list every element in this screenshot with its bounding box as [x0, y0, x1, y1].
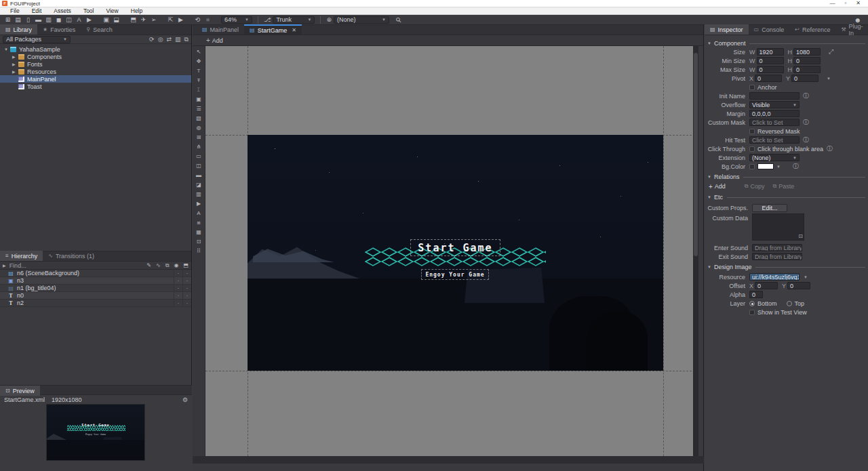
new-image-icon[interactable]: ▣: [101, 16, 111, 24]
info-icon[interactable]: ⓘ: [827, 144, 833, 153]
gear-icon[interactable]: ⚙: [182, 396, 188, 403]
menu-edit[interactable]: Edit: [26, 7, 48, 15]
vertical-scrollbar[interactable]: [693, 46, 698, 459]
vertical-scrollbar-thumb[interactable]: [694, 53, 698, 256]
doc-tab-mainpanel[interactable]: ▤ MainPanel: [197, 24, 244, 35]
chevron-down-icon[interactable]: ▼: [827, 77, 831, 81]
expand-editor-icon[interactable]: ⊡: [798, 233, 803, 239]
image-tool-icon[interactable]: ▣: [194, 95, 204, 104]
list-tool-icon[interactable]: ☰: [194, 104, 204, 113]
chevron-down-icon[interactable]: ▼: [776, 165, 781, 169]
new-label-icon[interactable]: A: [74, 16, 84, 24]
loop-icon[interactable]: ⟲: [193, 16, 203, 24]
tree-expander[interactable]: ▼: [4, 47, 10, 52]
menu-file[interactable]: File: [4, 7, 26, 15]
locale-dropdown[interactable]: (None) ▼: [334, 16, 389, 24]
visibility-toggle[interactable]: ·: [174, 270, 182, 277]
visibility-column-icon[interactable]: ◉: [174, 262, 178, 269]
section-component[interactable]: ▼ Component: [707, 39, 865, 47]
tree-tool-icon[interactable]: ⋔: [194, 142, 204, 151]
tab-reference[interactable]: ↩ Reference: [789, 24, 835, 35]
layers-icon[interactable]: ⧉: [184, 36, 189, 43]
tree-item-resources[interactable]: ▶ Resources: [0, 68, 191, 75]
graph-tool-icon[interactable]: ▧: [194, 114, 204, 123]
menu-help[interactable]: Help: [125, 7, 149, 15]
bg-color-checkbox[interactable]: [749, 164, 755, 169]
loader-tool-icon[interactable]: ◍: [194, 123, 204, 132]
enter-sound-input[interactable]: Drag from Library: [752, 244, 802, 251]
max-size-h-input[interactable]: 0: [793, 66, 821, 73]
doc-tab-startgame[interactable]: ▤ StartGame ✕: [244, 24, 302, 35]
lock-toggle[interactable]: ·: [182, 300, 191, 306]
node-n0[interactable]: T n0 · ·: [0, 292, 191, 300]
new-package-icon[interactable]: ⊞: [3, 16, 13, 24]
lock-toggle[interactable]: ·: [182, 285, 191, 291]
bg-color-swatch[interactable]: [757, 163, 774, 169]
layer-top-radio[interactable]: [787, 301, 792, 306]
tree-expander[interactable]: ▶: [12, 62, 18, 66]
node-n6[interactable]: ▤ n6 (SceneBackground) · ·: [0, 270, 191, 277]
lock-toggle[interactable]: ·: [182, 292, 191, 299]
tree-item-components[interactable]: ▶ Components: [0, 53, 191, 60]
play-icon[interactable]: ▶: [176, 16, 186, 24]
curve-icon[interactable]: ∿: [156, 262, 161, 269]
tab-plugin[interactable]: ⚒ Plug-In: [835, 24, 868, 35]
save-icon[interactable]: ⬓: [111, 16, 121, 24]
hand-tool-icon[interactable]: ✥: [194, 57, 204, 66]
new-window-icon[interactable]: ▯: [23, 16, 33, 24]
label-tool-icon[interactable]: A: [194, 209, 204, 218]
export-icon[interactable]: ⇱: [165, 16, 176, 24]
paste-relations-button[interactable]: ⧉ Paste: [773, 183, 795, 190]
custom-mask-input[interactable]: Click to Set: [749, 119, 800, 126]
minimize-button[interactable]: —: [829, 0, 835, 7]
new-component-icon[interactable]: ▤: [13, 16, 23, 24]
max-size-w-input[interactable]: 0: [757, 66, 784, 73]
margin-input[interactable]: 0,0,0,0: [749, 110, 800, 117]
hit-test-input[interactable]: Click to Set: [749, 136, 800, 144]
offset-x-input[interactable]: 0: [755, 282, 778, 289]
visibility-toggle[interactable]: ·: [174, 285, 182, 291]
reversed-mask-checkbox[interactable]: [749, 129, 755, 134]
component-tool-icon[interactable]: ⧈: [194, 218, 204, 227]
pivot-x-input[interactable]: 0: [755, 75, 782, 82]
tab-console[interactable]: ▭ Console: [749, 24, 790, 35]
tree-item-mainpanel[interactable]: MainPanel: [0, 75, 191, 83]
swap-icon[interactable]: ⇄: [167, 36, 172, 43]
tab-library[interactable]: ▤ Library: [0, 24, 37, 35]
expand-icon[interactable]: ⤢: [829, 48, 833, 56]
button-tool-icon[interactable]: ▭: [194, 152, 204, 161]
edit-icon[interactable]: ✎: [146, 262, 151, 269]
menu-tool[interactable]: Tool: [77, 7, 100, 15]
copy-relations-button[interactable]: ⧉ Copy: [745, 183, 765, 190]
min-size-h-input[interactable]: 0: [793, 57, 821, 64]
lock-column-icon[interactable]: ⬒: [183, 262, 189, 269]
info-icon[interactable]: ⓘ: [803, 91, 809, 100]
section-relations[interactable]: ▼ Relations: [707, 173, 865, 181]
text-tool-icon[interactable]: T: [194, 66, 204, 75]
tree-item-toast[interactable]: Toast: [0, 83, 191, 90]
publish-all-icon[interactable]: ➢: [149, 16, 159, 24]
info-icon[interactable]: ⓘ: [793, 162, 799, 171]
alpha-input[interactable]: 0: [749, 291, 763, 298]
tab-inspector[interactable]: ▤ Inspector: [705, 24, 749, 35]
tree-item-fonts[interactable]: ▶ Fonts: [0, 60, 191, 68]
spacer-tool-icon[interactable]: ⊡: [194, 237, 204, 246]
menu-view[interactable]: View: [100, 7, 124, 15]
group-tool-icon[interactable]: ⊞: [194, 133, 204, 142]
duplicate-icon[interactable]: ⧉: [165, 262, 170, 269]
chevron-down-icon[interactable]: ▼: [804, 275, 808, 279]
new-popup-icon[interactable]: ▥: [43, 16, 54, 24]
save-all-icon[interactable]: ⬒: [128, 16, 138, 24]
grid-tool-icon[interactable]: ⠿: [194, 247, 204, 255]
tree-expander[interactable]: ▶: [12, 69, 18, 74]
visibility-toggle[interactable]: ·: [174, 300, 182, 306]
package-filter-dropdown[interactable]: All Packages ▼: [3, 36, 71, 43]
add-relation-button[interactable]: + Add: [709, 183, 726, 190]
tab-search[interactable]: ⚲ Search: [81, 24, 117, 35]
slider-tool-icon[interactable]: ◪: [194, 180, 204, 189]
title-text-node[interactable]: Start Game: [410, 239, 500, 256]
tree-item-yahahasample[interactable]: ▼ YahahaSample: [0, 45, 191, 53]
branch-dropdown[interactable]: Trunk ▼: [273, 16, 315, 24]
movieclip-tool-icon[interactable]: ▶: [194, 199, 204, 208]
scrollbar-tool-icon[interactable]: ▥: [194, 190, 204, 199]
